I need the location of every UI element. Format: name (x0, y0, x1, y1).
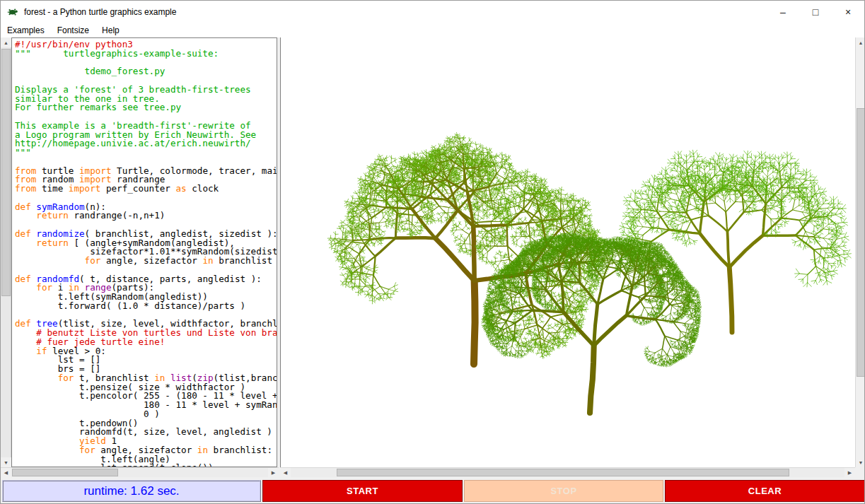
code-vscroll-thumb[interactable] (1, 49, 11, 296)
clear-button[interactable]: CLEAR (665, 480, 865, 502)
scroll-up-icon[interactable]: ▲ (1, 37, 11, 47)
scrollbar-corner (855, 467, 865, 477)
menu-fontsize[interactable]: Fontsize (51, 24, 95, 37)
canvas-hscroll-thumb[interactable] (337, 469, 789, 476)
canvas-horizontal-scrollbar[interactable]: ◀ ▶ (280, 467, 855, 477)
code-lines: #!/usr/bin/env python3""" turtlegraphics… (15, 40, 277, 467)
canvas-vertical-scrollbar[interactable]: ▲ ▼ (855, 37, 865, 467)
turtle-canvas[interactable] (281, 38, 856, 467)
code-editor[interactable]: #!/usr/bin/env python3""" turtlegraphics… (11, 37, 277, 467)
turtledemo-window: forest - a Python turtle graphics exampl… (0, 0, 865, 504)
scroll-down-icon[interactable]: ▼ (1, 457, 11, 467)
scroll-right-icon[interactable]: ▶ (268, 468, 279, 477)
canvas-vscroll-thumb[interactable] (857, 108, 865, 377)
scroll-left-icon[interactable]: ◀ (1, 468, 11, 477)
scroll-left-icon[interactable]: ◀ (280, 468, 291, 477)
bottom-bar: runtime: 1.62 sec. START STOP CLEAR (1, 477, 864, 504)
window-controls: – □ × (767, 1, 864, 23)
close-button[interactable]: × (832, 1, 864, 23)
stop-button[interactable]: STOP (464, 480, 663, 502)
code-horizontal-scrollbar[interactable]: ◀ ▶ (1, 467, 279, 477)
title-bar: forest - a Python turtle graphics exampl… (1, 1, 864, 23)
menu-help[interactable]: Help (95, 24, 126, 37)
scroll-up-icon[interactable]: ▲ (856, 37, 865, 47)
maximize-button[interactable]: □ (799, 1, 832, 23)
menu-bar: Examples Fontsize Help (1, 23, 864, 37)
minimize-button[interactable]: – (767, 1, 799, 23)
code-hscroll-thumb[interactable] (12, 469, 118, 476)
code-vertical-scrollbar[interactable]: ▲ ▼ (1, 37, 11, 467)
runtime-label: runtime: 1.62 sec. (2, 480, 261, 502)
turtle-canvas-pane (280, 37, 855, 467)
menu-examples[interactable]: Examples (1, 24, 51, 37)
window-title: forest - a Python turtle graphics exampl… (24, 7, 176, 17)
turtle-icon (7, 6, 18, 18)
scroll-right-icon[interactable]: ▶ (844, 468, 855, 477)
start-button[interactable]: START (262, 480, 463, 502)
scroll-down-icon[interactable]: ▼ (856, 457, 865, 467)
